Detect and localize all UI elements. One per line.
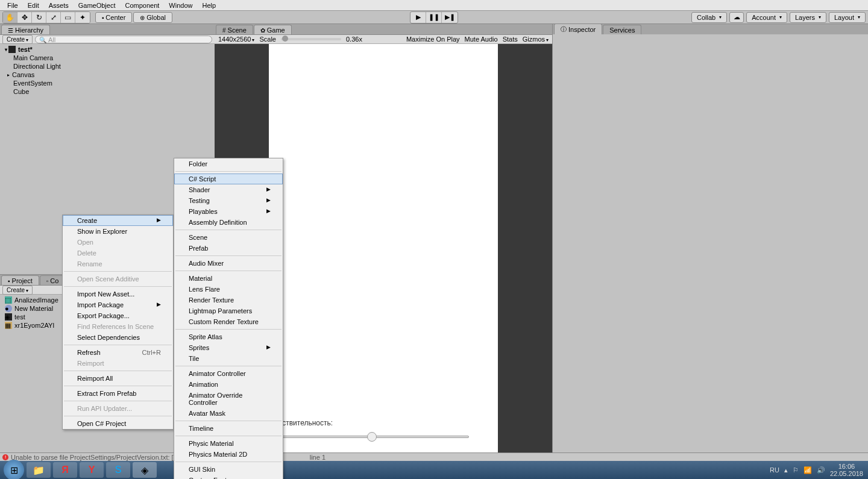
- menu-item[interactable]: Export Package...: [63, 310, 173, 321]
- tray-clock[interactable]: 16:06 22.05.2018: [830, 463, 863, 477]
- collab-dropdown[interactable]: Collab: [691, 12, 727, 23]
- menu-item[interactable]: Lens Flare: [174, 284, 283, 295]
- tray-up-icon[interactable]: ▴: [784, 466, 788, 474]
- tray-network-icon[interactable]: 📶: [804, 466, 812, 474]
- menu-item[interactable]: GUI Skin: [174, 464, 283, 475]
- pivot-center[interactable]: ▪ Center: [95, 12, 132, 23]
- menu-item[interactable]: RefreshCtrl+R: [63, 347, 173, 358]
- menu-item[interactable]: Audio Mixer: [174, 258, 283, 269]
- menu-item[interactable]: Prefab: [174, 243, 283, 254]
- toolbar: ✋ ✥ ↻ ⤢ ▭ ✦ ▪ Center ⊕ Global ▶ ❚❚ ▶❚ Co…: [0, 11, 868, 24]
- pivot-global[interactable]: ⊕ Global: [133, 12, 172, 23]
- project-create[interactable]: Create: [2, 286, 33, 295]
- scale-slider[interactable]: [281, 38, 341, 40]
- menu-item[interactable]: Material: [174, 273, 283, 284]
- pause-button[interactable]: ❚❚: [426, 12, 442, 23]
- menu-component[interactable]: Component: [120, 1, 164, 10]
- layers-dropdown[interactable]: Layers: [790, 12, 826, 23]
- cloud-button[interactable]: ☁: [729, 12, 744, 23]
- hierarchy-item[interactable]: EventSystem: [0, 79, 215, 87]
- menu-item[interactable]: Sprite Atlas: [174, 331, 283, 342]
- menu-item[interactable]: Show in Explorer: [63, 226, 173, 237]
- menu-item[interactable]: Animator Override Controller: [174, 390, 283, 408]
- task-explorer[interactable]: 📁: [27, 462, 51, 478]
- menu-item[interactable]: Testing▶: [174, 195, 283, 206]
- menu-item[interactable]: Reimport All: [63, 373, 173, 384]
- create-submenu: FolderC# ScriptShader▶Testing▶Playables▶…: [174, 158, 283, 479]
- hierarchy-scene[interactable]: ▾test*: [0, 45, 215, 54]
- task-unity[interactable]: ◈: [133, 462, 157, 478]
- hierarchy-create[interactable]: Create: [2, 35, 33, 44]
- menu-item[interactable]: Physics Material 2D: [174, 449, 283, 460]
- menu-item[interactable]: Import New Asset...: [63, 289, 173, 299]
- scale-tool[interactable]: ⤢: [46, 12, 61, 23]
- scene-tab[interactable]: # Scene: [216, 25, 253, 34]
- menu-item[interactable]: Extract From Prefab: [63, 388, 173, 399]
- menu-item[interactable]: Custom Font: [174, 475, 283, 479]
- hierarchy-item[interactable]: Directional Light: [0, 62, 215, 70]
- menu-item[interactable]: Custom Render Texture: [174, 316, 283, 327]
- rotate-tool[interactable]: ↻: [32, 12, 46, 23]
- menu-help[interactable]: Help: [197, 1, 221, 10]
- hand-tool[interactable]: ✋: [3, 12, 17, 23]
- mute-toggle[interactable]: Mute Audio: [465, 36, 498, 43]
- gizmos-dropdown[interactable]: Gizmos: [523, 36, 549, 43]
- menu-file[interactable]: File: [2, 1, 23, 10]
- hierarchy-tab[interactable]: ☰ Hierarchy: [1, 25, 50, 34]
- sensitivity-slider[interactable]: [270, 436, 469, 438]
- menu-item[interactable]: Animation: [174, 379, 283, 390]
- transform-tool[interactable]: ✦: [75, 12, 90, 23]
- task-browser[interactable]: Y: [80, 462, 104, 478]
- project-tab[interactable]: ▪ Project: [1, 275, 39, 285]
- play-button[interactable]: ▶: [410, 12, 426, 23]
- menu-gameobject[interactable]: GameObject: [74, 1, 121, 10]
- menu-edit[interactable]: Edit: [23, 1, 44, 10]
- services-tab[interactable]: Services: [603, 25, 641, 34]
- task-yandex[interactable]: Я: [53, 462, 77, 478]
- menu-item[interactable]: Render Texture: [174, 295, 283, 305]
- hierarchy-item[interactable]: Main Camera: [0, 54, 215, 62]
- menu-window[interactable]: Window: [164, 1, 197, 10]
- menu-item[interactable]: Import Package▶: [63, 299, 173, 310]
- menu-assets[interactable]: Assets: [44, 1, 74, 10]
- slider-thumb[interactable]: [367, 432, 377, 442]
- hierarchy-item[interactable]: Cube: [0, 87, 215, 96]
- menu-item[interactable]: Scene: [174, 232, 283, 243]
- game-tab[interactable]: ✿ Game: [254, 25, 292, 34]
- inspector-tab[interactable]: ⓘ Inspector: [554, 23, 602, 34]
- tray-flag-icon[interactable]: ⚐: [793, 466, 799, 474]
- start-button[interactable]: ⊞: [4, 460, 24, 479]
- menu-item[interactable]: Assembly Definition: [174, 217, 283, 228]
- menu-item[interactable]: Sprites▶: [174, 342, 283, 353]
- menu-item[interactable]: Tile: [174, 353, 283, 364]
- maximize-toggle[interactable]: Maximize On Play: [406, 36, 460, 43]
- console-tab[interactable]: ▫ Co: [40, 275, 66, 285]
- scene-icon: ◈: [5, 313, 12, 321]
- status-text[interactable]: Unable to parse file ProjectSettings/Pro…: [11, 454, 195, 461]
- menu-item[interactable]: Avatar Mask: [174, 408, 283, 419]
- account-dropdown[interactable]: Account: [746, 12, 787, 23]
- rect-tool[interactable]: ▭: [61, 12, 75, 23]
- menu-item[interactable]: C# Script: [174, 174, 283, 184]
- menu-item[interactable]: Shader▶: [174, 184, 283, 195]
- menu-item[interactable]: Timeline: [174, 423, 283, 434]
- move-tool[interactable]: ✥: [17, 12, 32, 23]
- hierarchy-item[interactable]: ▸Canvas: [0, 70, 215, 79]
- task-skype[interactable]: S: [106, 462, 130, 478]
- tray-lang[interactable]: RU: [770, 466, 779, 474]
- layout-dropdown[interactable]: Layout: [829, 12, 866, 23]
- menu-item[interactable]: Animator Controller: [174, 368, 283, 379]
- menu-item: Reimport: [63, 358, 173, 369]
- game-resolution[interactable]: 1440x2560: [218, 36, 254, 43]
- stats-toggle[interactable]: Stats: [503, 36, 518, 43]
- step-button[interactable]: ▶❚: [442, 12, 458, 23]
- menu-item[interactable]: Open C# Project: [63, 418, 173, 429]
- menu-item[interactable]: Select Dependencies: [63, 332, 173, 343]
- tray-volume-icon[interactable]: 🔊: [817, 466, 825, 474]
- menu-item[interactable]: Playables▶: [174, 206, 283, 217]
- menu-item[interactable]: Lightmap Parameters: [174, 305, 283, 316]
- menu-item[interactable]: Physic Material: [174, 438, 283, 449]
- menu-item[interactable]: Folder: [174, 158, 283, 169]
- menu-item[interactable]: Create▶: [63, 215, 173, 226]
- hierarchy-search[interactable]: 🔍All: [35, 36, 212, 43]
